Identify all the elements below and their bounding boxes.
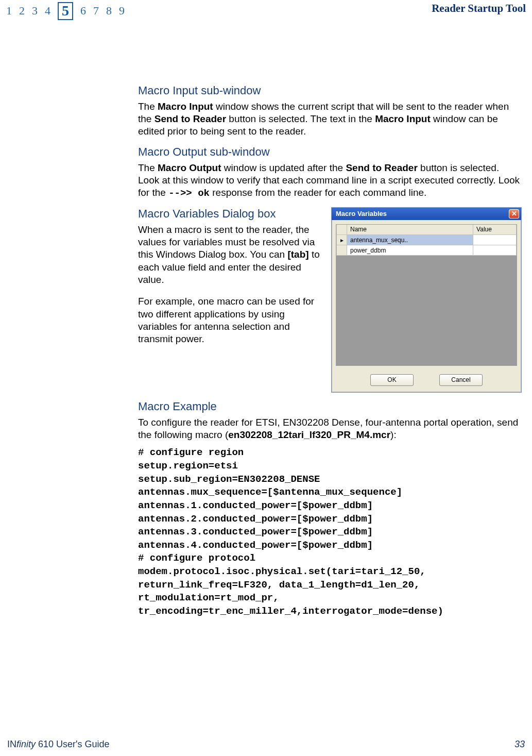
para-macro-output: The Macro Output window is updated after… <box>138 162 522 200</box>
main-content: Macro Input sub-window The Macro Input w… <box>0 20 532 618</box>
text: The <box>138 101 158 112</box>
dialog-button-row: OK Cancel <box>332 370 521 392</box>
term-macro-output: Macro Output <box>158 162 221 173</box>
section-title: Reader Startup Tool <box>432 2 526 15</box>
filename-macro: en302208_12tari_lf320_PR_M4.mcr <box>228 429 390 440</box>
ok-button[interactable]: OK <box>370 374 414 386</box>
term-macro-input-2: Macro Input <box>375 113 431 124</box>
guide-italic: finity <box>16 739 36 749</box>
text: response from the reader for each comman… <box>210 187 426 198</box>
guide-prefix: IN <box>7 739 16 749</box>
para-macro-variables-1: When a macro is sent to the reader, the … <box>138 224 324 287</box>
dialog-titlebar[interactable]: Macro Variables ✕ <box>332 208 521 220</box>
variables-table: Name Value ▸antenna_mux_sequ..power_ddbm <box>336 225 517 256</box>
chapter-link-4[interactable]: 4 <box>45 4 50 18</box>
table-row[interactable]: ▸antenna_mux_sequ.. <box>337 235 517 245</box>
key-tab: [tab] <box>287 249 308 260</box>
row-marker: ▸ <box>337 235 347 245</box>
guide-rest: 610 User's Guide <box>36 739 110 749</box>
macro-code-block: # configure region setup.region=etsi set… <box>138 446 522 618</box>
para-macro-example: To configure the reader for ETSI, EN3022… <box>138 416 522 442</box>
para-macro-variables-2: For example, one macro can be used for t… <box>138 295 324 345</box>
dialog-title: Macro Variables <box>336 210 387 217</box>
cell-name[interactable]: power_ddbm <box>347 245 473 256</box>
cancel-button[interactable]: Cancel <box>439 374 483 386</box>
cell-value[interactable] <box>473 245 517 256</box>
text: button is selected. The text in the <box>226 113 375 124</box>
dialog-grid[interactable]: Name Value ▸antenna_mux_sequ..power_ddbm <box>336 224 517 366</box>
page-footer: INfinity 610 User's Guide 33 <box>0 739 532 750</box>
dialog-macro-variables: Macro Variables ✕ Name Value ▸antenna_mu… <box>331 207 522 393</box>
col-value[interactable]: Value <box>473 225 517 235</box>
heading-macro-example: Macro Example <box>138 400 522 413</box>
heading-macro-variables: Macro Variables Dialog box <box>138 207 324 221</box>
chapter-link-1[interactable]: 1 <box>6 4 12 18</box>
row-marker <box>337 245 347 256</box>
chapter-link-7[interactable]: 7 <box>93 4 99 18</box>
col-rowheader <box>337 225 347 235</box>
table-row[interactable]: power_ddbm <box>337 245 517 256</box>
text: The <box>138 162 158 173</box>
heading-macro-output: Macro Output sub-window <box>138 145 522 159</box>
text: ): <box>390 429 397 440</box>
chapter-link-9[interactable]: 9 <box>119 4 125 18</box>
chapter-link-5[interactable]: 5 <box>58 2 73 20</box>
chapter-link-6[interactable]: 6 <box>80 4 86 18</box>
text: window is updated after the <box>221 162 346 173</box>
page-number: 33 <box>514 739 525 750</box>
cell-value[interactable] <box>473 235 517 245</box>
term-macro-input: Macro Input <box>158 101 213 112</box>
chapter-link-8[interactable]: 8 <box>106 4 112 18</box>
heading-macro-input: Macro Input sub-window <box>138 84 522 97</box>
close-icon: ✕ <box>511 210 517 217</box>
response-ok: -->> ok <box>168 188 210 199</box>
term-send-to-reader-2: Send to Reader <box>346 162 417 173</box>
term-send-to-reader: Send to Reader <box>155 113 226 124</box>
para-macro-input: The Macro Input window shows the current… <box>138 100 522 138</box>
col-name[interactable]: Name <box>347 225 473 235</box>
close-button[interactable]: ✕ <box>509 209 519 219</box>
footer-guide-title: INfinity 610 User's Guide <box>7 739 110 750</box>
grid-empty-area <box>336 256 517 366</box>
chapter-link-3[interactable]: 3 <box>32 4 38 18</box>
cell-name[interactable]: antenna_mux_sequ.. <box>347 235 473 245</box>
chapter-nav: 123456789 <box>6 2 125 20</box>
page-header: 123456789 Reader Startup Tool <box>0 0 532 20</box>
chapter-link-2[interactable]: 2 <box>19 4 25 18</box>
